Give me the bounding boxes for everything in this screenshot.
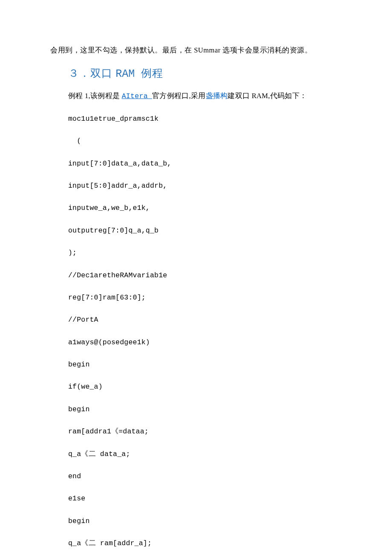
code-line: e1se xyxy=(68,493,341,504)
para1-text-3: 建双口 RAM,代码如下： xyxy=(228,92,307,100)
code-line: moc1u1etrue_dpramsc1k xyxy=(68,113,341,125)
altera-link[interactable]: AItera xyxy=(122,92,152,100)
section-heading: ３．双口 RAM 例程 xyxy=(68,66,341,80)
code-line: begin xyxy=(68,404,341,415)
code-line: if(we_a) xyxy=(68,381,341,392)
code-line: input[7:0]data_a,data_b, xyxy=(68,158,341,169)
code-line: reg[7:0]ram[63:0]; xyxy=(68,292,341,303)
code-line: //Dec1aretheRAMvariab1e xyxy=(68,270,341,281)
heading-tail: 例程 xyxy=(141,67,163,79)
intro-paragraph: 会用到，这里不勾选，保持默认。最后，在 SUmmar 选项卡会显示消耗的资源。 xyxy=(50,45,341,56)
code-line: end xyxy=(68,471,341,482)
code-line: q_a《二 data_a; xyxy=(68,449,341,460)
para1-text-1: 例程 1,该例程是 xyxy=(68,92,122,100)
code-block: moc1u1etrue_dpramsc1k ( input[7:0]data_a… xyxy=(68,113,341,555)
code-line: inputwe_a,we_b,e1k, xyxy=(68,203,341,214)
code-line: ram[addra1《=dataa; xyxy=(68,426,341,437)
code-line: //PortA xyxy=(68,314,341,325)
example-paragraph: 例程 1,该例程是 AItera 官方例程口,采用盏播构建双口 RAM,代码如下… xyxy=(68,90,341,102)
structure-link[interactable]: 盏播构 xyxy=(206,92,228,100)
code-line: begin xyxy=(68,516,341,527)
code-line: begin xyxy=(68,359,341,370)
code-line: outputreg[7:0]q_a,q_b xyxy=(68,225,341,236)
heading-mono: RAM xyxy=(115,68,141,80)
code-line: q_a《二 ram[addr_a]; xyxy=(68,538,341,549)
code-line: input[5:0]addr_a,addrb, xyxy=(68,180,341,192)
code-line: ( xyxy=(68,136,341,147)
code-line: a1ways@(posedgee1k) xyxy=(68,337,341,348)
heading-number: ３．双口 xyxy=(68,67,115,79)
document-page: 会用到，这里不勾选，保持默认。最后，在 SUmmar 选项卡会显示消耗的资源。 … xyxy=(0,0,392,555)
code-line: ); xyxy=(68,247,341,259)
para1-text-2: 官方例程口,采用 xyxy=(152,92,206,100)
